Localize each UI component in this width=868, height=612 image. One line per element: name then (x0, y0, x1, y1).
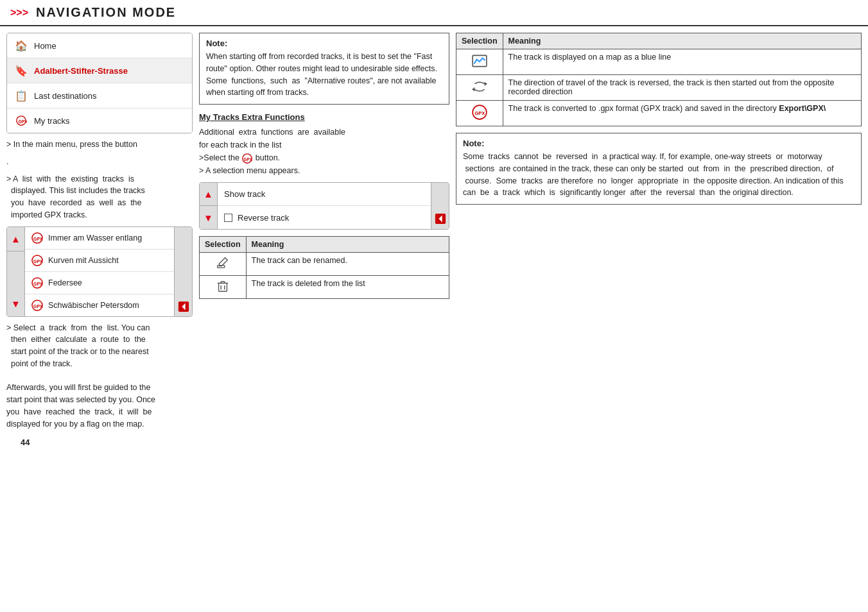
note-label-1: Note: (206, 38, 442, 48)
track-2-icon: GPX (30, 253, 44, 268)
mid-table-row-2-meaning: The track is deleted from the list (246, 276, 449, 299)
right-table-row-1-icon (456, 49, 503, 75)
svg-marker-17 (219, 258, 227, 266)
track-item-4[interactable]: GPX Schwäbischer Petersdom (25, 294, 174, 316)
sel-item-reverse-track[interactable]: Reverse track (218, 206, 431, 229)
track-list-box: ▲ ▼ GPX Immer am Wasser entlang GPX (6, 226, 193, 317)
page-header: >>> NAVIGATION MODE (0, 0, 868, 26)
svg-text:GPX: GPX (244, 157, 253, 161)
address-icon: 🔖 (13, 63, 29, 78)
svg-rect-20 (221, 282, 225, 284)
left-text-1: > In the main menu, press the button (6, 139, 193, 151)
menu-item-last-destinations[interactable]: 📋 Last destinations (7, 83, 192, 108)
note-label-2: Note: (463, 139, 855, 148)
menu-item-home-label: Home (34, 41, 56, 51)
track-item-2[interactable]: GPX Kurven mit Aussicht (25, 250, 174, 272)
menu-item-address-label: Adalbert-Stifter-Strasse (34, 66, 128, 76)
right-table-row-1-meaning: The track is displayed on a map as a blu… (503, 49, 861, 75)
svg-marker-24 (484, 81, 487, 86)
sel-nav-left: ▲ ▼ (200, 183, 218, 229)
svg-text:GPX: GPX (33, 304, 43, 309)
right-export-path: Export\GPX\ (779, 104, 826, 113)
sel-item-show-track-label: Show track (224, 189, 265, 199)
svg-text:GPX: GPX (33, 282, 43, 286)
tracks-icon: GPX (13, 113, 29, 128)
mid-table-col-selection: Selection (200, 237, 247, 253)
svg-marker-25 (472, 87, 474, 92)
mid-table-row-1-icon (200, 253, 247, 276)
svg-text:GPX: GPX (474, 110, 485, 116)
svg-rect-18 (218, 283, 227, 291)
page-number: 44 (10, 438, 868, 447)
mid-table-col-meaning: Meaning (246, 237, 449, 253)
menu-item-my-tracks-label: My tracks (34, 116, 70, 126)
right-table-row-3-meaning: The track is converted to .gpx format (G… (503, 101, 861, 126)
middle-column: Note: When starting off from recorded tr… (199, 33, 449, 435)
track-2-name: Kurven mit Aussicht (48, 256, 119, 265)
destinations-icon: 📋 (13, 88, 29, 103)
left-column: 🏠 Home 🔖 Adalbert-Stifter-Strasse 📋 Last… (6, 33, 193, 435)
track-4-name: Schwäbischer Petersdom (48, 301, 139, 310)
page-title: NAVIGATION MODE (36, 5, 176, 20)
mid-table-row-2-icon (200, 276, 247, 299)
track-3-icon: GPX (30, 276, 44, 290)
menu-item-my-tracks[interactable]: GPX My tracks (7, 108, 192, 133)
track-item-1[interactable]: GPX Immer am Wasser entlang (25, 227, 174, 250)
right-table-row-2-icon (456, 75, 503, 101)
right-column: Selection Meaning The track is displayed… (456, 33, 862, 435)
menu-item-home[interactable]: 🏠 Home (7, 33, 192, 58)
right-table-row-3-icon: GPX (456, 101, 503, 126)
right-table-row-2-meaning: The direction of travel of the track is … (503, 75, 861, 101)
main-menu-box: 🏠 Home 🔖 Adalbert-Stifter-Strasse 📋 Last… (6, 33, 193, 133)
left-text-1b: . (6, 156, 193, 168)
right-table-row-1: The track is displayed on a map as a blu… (456, 49, 862, 75)
section-heading-extra: My Tracks Extra Functions (199, 112, 449, 122)
sel-item-show-track[interactable]: Show track (218, 183, 431, 206)
track-nav-left: ▲ ▼ (7, 227, 25, 316)
menu-item-last-destinations-label: Last destinations (34, 91, 97, 101)
right-table-col-meaning: Meaning (503, 33, 861, 49)
sel-item-reverse-track-label: Reverse track (238, 213, 289, 223)
track-items: GPX Immer am Wasser entlang GPX Kurven m… (25, 227, 174, 316)
track-1-name: Immer am Wasser entlang (48, 234, 142, 242)
right-table-row-2: The direction of travel of the track is … (456, 75, 862, 101)
track-3-name: Federsee (48, 278, 82, 287)
reverse-track-checkbox[interactable] (224, 214, 232, 222)
svg-text:GPX: GPX (33, 237, 43, 241)
track-1-icon: GPX (30, 231, 44, 245)
track-nav-back (174, 227, 192, 316)
svg-text:GPX: GPX (33, 259, 43, 264)
right-table-col-selection: Selection (456, 33, 503, 49)
mid-text-extra: Additional extra functions are available… (199, 126, 449, 177)
home-icon: 🏠 (13, 38, 29, 53)
sel-nav-down[interactable]: ▼ (200, 206, 217, 229)
mid-table-row-1: The track can be renamed. (200, 253, 449, 276)
track-list-nav: ▲ ▼ GPX Immer am Wasser entlang GPX (7, 227, 192, 316)
track-4-icon: GPX (30, 298, 44, 312)
left-text-2: > A list with the existing tracks is dis… (6, 173, 193, 221)
sel-back-button[interactable] (435, 213, 446, 226)
note-box-1: Note: When starting off from recorded tr… (199, 33, 449, 105)
mid-table-row-2: The track is deleted from the list (200, 276, 449, 299)
svg-text:GPX: GPX (19, 119, 28, 124)
right-table-row-3: GPX The track is converted to .gpx forma… (456, 101, 862, 126)
track-nav-up[interactable]: ▲ (7, 227, 24, 251)
right-table: Selection Meaning The track is displayed… (456, 33, 862, 126)
breadcrumb-arrows: >>> (10, 7, 28, 19)
menu-item-address[interactable]: 🔖 Adalbert-Stifter-Strasse (7, 58, 192, 83)
middle-table: Selection Meaning The track can be renam… (199, 236, 449, 299)
sel-nav-up[interactable]: ▲ (200, 183, 217, 206)
selection-menu-box: ▲ ▼ Show track Reverse track (199, 182, 449, 230)
main-content: 🏠 Home 🔖 Adalbert-Stifter-Strasse 📋 Last… (0, 26, 868, 441)
left-text-3: > Select a track from the list. You can … (6, 322, 193, 430)
note-text-2: Some tracks cannot be reversed in a prac… (463, 151, 855, 199)
note-box-2: Note: Some tracks cannot be reversed in … (456, 133, 862, 205)
note-text-1: When starting off from recorded tracks, … (206, 51, 442, 99)
track-nav-down[interactable]: ▼ (7, 292, 24, 316)
track-back-button[interactable] (177, 300, 191, 314)
track-item-3[interactable]: GPX Federsee (25, 272, 174, 294)
mid-table-row-1-meaning: The track can be renamed. (246, 253, 449, 276)
sel-nav-back (431, 183, 449, 229)
sel-items: Show track Reverse track (218, 183, 431, 229)
